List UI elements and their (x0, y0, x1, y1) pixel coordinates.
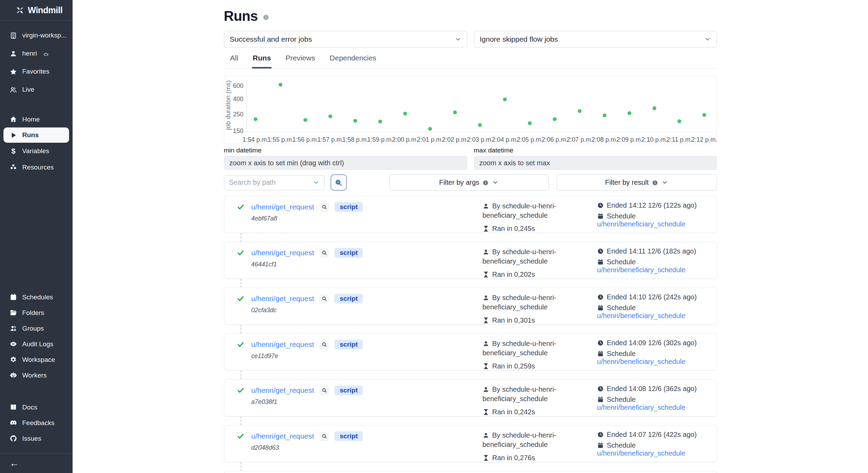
min-datetime-label: min datetime (224, 147, 467, 154)
discord-icon (10, 419, 17, 426)
run-card[interactable]: u/henri/get_request script 02cfa3dc By s… (224, 288, 717, 325)
inspect-run-button[interactable] (319, 202, 329, 212)
info-icon (483, 180, 489, 185)
main-area: Runs Successful and error jobs Ignore sk… (73, 0, 868, 473)
page-title: Runs (224, 8, 258, 24)
search-by-path-placeholder: Search by path (229, 179, 276, 186)
arrow-left-icon: ← (9, 458, 19, 469)
sidebar-item-workspace[interactable]: Workspace (0, 352, 73, 367)
sidebar-item-docs[interactable]: Docs (0, 399, 73, 415)
run-path-link[interactable]: u/henri/get_request (251, 294, 314, 303)
user-icon (10, 50, 17, 57)
sidebar-item-favorites[interactable]: Favorites (0, 63, 73, 81)
run-triggered-by: By schedule-u-henri-beneficiary_schedule (483, 339, 565, 358)
robot-icon (10, 372, 17, 379)
tab-previews[interactable]: Previews (285, 51, 316, 68)
run-path-link[interactable]: u/henri/get_request (251, 386, 314, 395)
run-schedule: Schedule u/henri/beneficiary_schedule (597, 350, 717, 366)
run-card[interactable]: u/henri/get_request script d2048d63 By s… (224, 425, 717, 462)
search-icon (322, 204, 327, 210)
sidebar-item-label: Docs (22, 404, 37, 411)
hourglass-icon (483, 455, 489, 461)
filter-by-result-button[interactable]: Filter by result (557, 174, 717, 191)
run-path-link[interactable]: u/henri/get_request (251, 340, 314, 349)
inspect-run-button[interactable] (319, 432, 329, 441)
schedule-link[interactable]: u/henri/beneficiary_schedule (597, 220, 686, 228)
svg-text:2:04 p.m.: 2:04 p.m. (492, 136, 518, 143)
schedule-link[interactable]: u/henri/beneficiary_schedule (597, 449, 686, 457)
chevron-down-icon (661, 179, 668, 186)
max-datetime-input[interactable] (474, 156, 717, 170)
run-schedule: Schedule u/henri/beneficiary_schedule (597, 441, 717, 457)
sidebar-item-groups[interactable]: Groups (0, 321, 73, 336)
sidebar-item-home[interactable]: Home (0, 111, 73, 127)
sidebar-item-resources[interactable]: Resources (0, 159, 73, 175)
sidebar-item-variables[interactable]: $Variables (0, 143, 73, 159)
hourglass-icon (483, 363, 489, 370)
inspect-run-button[interactable] (319, 340, 329, 349)
svg-text:1:59 p.m.: 1:59 p.m. (367, 136, 393, 143)
sidebar-item-feedbacks[interactable]: Feedbacks (0, 415, 73, 431)
sidebar-group-external: DocsFeedbacksIssues (0, 399, 73, 446)
run-card[interactable]: u/henri/get_request script 46441cf1 By s… (224, 242, 717, 279)
run-path-link[interactable]: u/henri/get_request (251, 203, 314, 211)
run-card[interactable]: u/henri/get_request script 4ebf67a8 By s… (224, 196, 717, 233)
sidebar-item-henri[interactable]: henri (0, 44, 73, 63)
person-icon (483, 294, 489, 301)
success-check-icon (237, 432, 244, 440)
run-card[interactable]: u/henri/get_request script By schedule-u… (224, 471, 717, 473)
clock-icon (597, 294, 604, 300)
folder-icon (10, 309, 17, 316)
filter-by-args-button[interactable]: Filter by args (389, 174, 549, 191)
sidebar-item-audit-logs[interactable]: Audit Logs (0, 336, 73, 352)
schedule-link[interactable]: u/henri/beneficiary_schedule (597, 404, 686, 411)
success-check-icon (237, 387, 244, 394)
run-card[interactable]: u/henri/get_request script a7e038f1 By s… (224, 379, 717, 416)
run-ended-at: Ended 14:09 12/6 (302s ago) (597, 339, 717, 347)
run-duration: Ran in 0,242s (483, 408, 565, 416)
schedule-link[interactable]: u/henri/beneficiary_schedule (597, 312, 686, 320)
tab-all[interactable]: All (229, 51, 239, 68)
sidebar-item-label: Runs (22, 131, 39, 139)
run-path-link[interactable]: u/henri/get_request (251, 432, 314, 440)
svg-text:2:11 p.m.: 2:11 p.m. (666, 136, 692, 143)
inspect-run-button[interactable] (319, 386, 329, 395)
job-duration-chart[interactable]: 1502504006001:54 p.m.1:55 p.m.1:56 p.m.1… (224, 76, 717, 144)
gear-icon (10, 356, 17, 363)
max-datetime-label: max datetime (474, 147, 717, 154)
windmill-logo[interactable]: Windmill (0, 0, 73, 20)
hourglass-icon (483, 409, 489, 415)
calendar-icon (597, 213, 604, 219)
person-icon (483, 432, 489, 438)
min-datetime-input[interactable] (224, 156, 467, 170)
clock-icon (597, 385, 604, 392)
sidebar-item-schedules[interactable]: Schedules (0, 289, 73, 305)
sidebar-item-label: Groups (22, 325, 44, 332)
inspect-run-button[interactable] (319, 294, 329, 304)
tab-dependencies[interactable]: Dependencies (329, 51, 377, 68)
sidebar-item-virgin-worksp[interactable]: virgin-worksp... (0, 26, 73, 44)
sidebar-item-runs[interactable]: Runs (3, 127, 69, 143)
sidebar-item-folders[interactable]: Folders (0, 305, 73, 321)
run-triggered-by: By schedule-u-henri-beneficiary_schedule (483, 201, 565, 220)
schedule-link[interactable]: u/henri/beneficiary_schedule (597, 358, 686, 365)
svg-text:2:06 p.m.: 2:06 p.m. (542, 136, 568, 143)
sidebar-item-issues[interactable]: Issues (0, 431, 73, 446)
tab-runs[interactable]: Runs (252, 51, 272, 68)
sidebar-item-label: Audit Logs (22, 340, 53, 348)
success-check-icon (237, 203, 244, 211)
person-icon (483, 202, 489, 209)
skipped-flow-select[interactable]: Ignore skipped flow jobs (474, 31, 717, 48)
run-path-link[interactable]: u/henri/get_request (251, 249, 314, 257)
sidebar-item-label: Live (22, 86, 34, 93)
sidebar-item-workers[interactable]: Workers (0, 367, 73, 383)
search-by-path-select[interactable]: Search by path (224, 175, 325, 190)
search-button[interactable] (331, 174, 347, 191)
collapse-sidebar-button[interactable]: ← (0, 454, 73, 473)
job-status-select[interactable]: Successful and error jobs (224, 31, 467, 48)
sidebar-item-label: Workspace (22, 356, 55, 364)
run-card[interactable]: u/henri/get_request script ce11d97e By s… (224, 333, 717, 371)
inspect-run-button[interactable] (319, 248, 329, 258)
schedule-link[interactable]: u/henri/beneficiary_schedule (597, 266, 686, 274)
sidebar-item-live[interactable]: Live (0, 81, 73, 99)
